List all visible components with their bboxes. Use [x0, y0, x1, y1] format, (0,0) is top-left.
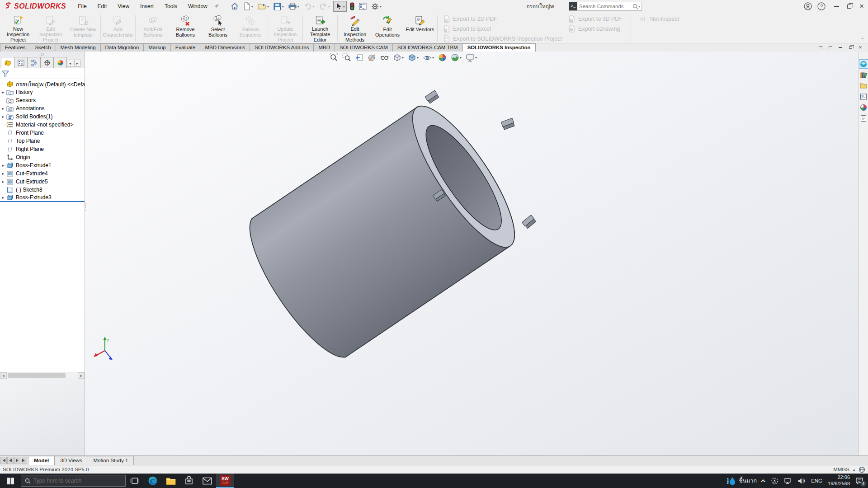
doc-minimize-button[interactable] — [837, 45, 844, 50]
tab-solidworks-cam-tbm[interactable]: SOLIDWORKS CAM TBM — [392, 43, 463, 52]
file-explorer-icon[interactable] — [859, 81, 868, 90]
edit-vendors-button[interactable]: Edit Vendors — [404, 14, 436, 42]
pin-menu-icon[interactable] — [214, 4, 219, 9]
menu-view[interactable]: View — [112, 0, 135, 13]
scroll-left-arrow[interactable]: ◂ — [0, 372, 7, 379]
new-document-dropdown[interactable]: ▾ — [251, 5, 253, 9]
menu-insert[interactable]: Insert — [135, 0, 159, 13]
export-2d-pdf-button[interactable]: PDF Export to 2D PDF — [443, 15, 562, 23]
tab-data-migration[interactable]: Data Migration — [100, 43, 144, 52]
export-3d-pdf-button[interactable]: 3D Export to 3D PDF — [568, 15, 623, 23]
action-center-button[interactable]: 4 — [855, 477, 863, 485]
menu-edit[interactable]: Edit — [92, 0, 113, 13]
units-selector[interactable]: MMGS — [833, 467, 849, 472]
save-dropdown[interactable]: ▾ — [282, 5, 284, 9]
undo-button[interactable]: ▾ — [302, 2, 316, 11]
file-explorer-taskbar-icon[interactable] — [162, 474, 180, 488]
menu-window[interactable]: Window — [183, 0, 213, 13]
edit-inspection-project-button[interactable]: Edit Inspection Project — [34, 14, 67, 42]
3d-views-tab[interactable]: 3D Views — [54, 456, 88, 465]
edge-browser-icon[interactable] — [144, 474, 162, 488]
scroll-prev-tab-button[interactable] — [7, 457, 14, 464]
clock-widget[interactable]: 22:06 19/6/2568 — [828, 474, 850, 487]
tree-item-sketch8[interactable]: (-) Sketch8 — [0, 186, 85, 194]
tab-mbd[interactable]: MBD — [313, 43, 335, 52]
panel-splitter-handle[interactable]: ⋮⋮ — [83, 203, 86, 215]
export-excel-button[interactable]: X Export to Excel — [443, 25, 562, 33]
restore-button[interactable] — [843, 0, 855, 13]
options-gear-button[interactable]: ▾ — [370, 2, 383, 11]
design-library-icon[interactable] — [859, 70, 868, 79]
tab-solidworks-addins[interactable]: SOLIDWORKS Add-Ins — [250, 43, 314, 52]
tab-markup[interactable]: Markup — [143, 43, 170, 52]
scroll-right-arrow[interactable]: ▸ — [78, 372, 85, 379]
add-edit-balloons-button[interactable]: 11 Add/Edit Balloons — [137, 14, 169, 42]
weather-widget[interactable]: ชื้นมาก — [726, 476, 757, 485]
pane-right-icon[interactable] — [827, 45, 834, 50]
select-tool-dropdown[interactable]: ▾ — [343, 5, 345, 9]
select-tool-button[interactable]: ▾ — [333, 1, 347, 12]
microsoft-store-icon[interactable] — [180, 474, 198, 488]
rim-tab-right[interactable] — [501, 118, 515, 130]
mail-app-icon[interactable] — [198, 474, 216, 488]
scroll-first-tab-button[interactable] — [0, 457, 7, 464]
view-palette-icon[interactable] — [859, 92, 868, 101]
units-dropdown-caret[interactable]: ▴ — [853, 468, 855, 472]
tab-features[interactable]: Features — [0, 43, 30, 52]
taskbar-search-input[interactable] — [33, 478, 122, 484]
menu-file[interactable]: File — [72, 0, 92, 13]
tab-mbd-dimensions[interactable]: MBD Dimensions — [200, 43, 250, 52]
export-sw-inspection-project-button[interactable]: Export to SOLIDWORKS Inspection Project — [443, 35, 562, 42]
print-button[interactable]: ▾ — [287, 2, 301, 11]
command-search-box[interactable]: >_ ▾ — [569, 2, 642, 11]
redo-dropdown[interactable]: ▾ — [328, 5, 330, 9]
taskbar-search-box[interactable] — [21, 475, 126, 487]
help-icon[interactable]: ? — [816, 1, 826, 11]
fm-tabs-scroll-right[interactable]: ▸ — [74, 60, 80, 67]
scroll-last-tab-button[interactable] — [21, 457, 27, 464]
pane-left-icon[interactable] — [817, 45, 824, 50]
solidworks-resources-icon[interactable] — [859, 60, 868, 68]
tab-evaluate[interactable]: Evaluate — [170, 43, 201, 52]
expand-arrow-icon[interactable]: ▸ — [0, 163, 6, 168]
create-new-template-button[interactable]: Create New template — [67, 14, 99, 42]
model-tab[interactable]: Model — [28, 456, 55, 465]
motion-study-tab[interactable]: Motion Study 1 — [88, 456, 134, 465]
language-indicator[interactable]: ENG — [811, 478, 822, 483]
remove-balloons-button[interactable]: 11 Remove Balloons — [169, 14, 202, 42]
expand-arrow-icon[interactable]: ▸ — [0, 106, 6, 111]
edit-operations-button[interactable]: Edit Operations — [371, 14, 404, 42]
tree-item-cut-extrude4[interactable]: ▸ Cut-Extrude4 — [0, 169, 85, 178]
edit-inspection-methods-button[interactable]: Edit Inspection Methods — [339, 14, 371, 42]
open-document-button[interactable]: ▾ — [256, 2, 270, 11]
expand-arrow-icon[interactable]: ▸ — [0, 171, 6, 176]
undo-dropdown[interactable]: ▾ — [313, 5, 315, 9]
net-inspect-button[interactable]: ni Net-Inspect — [639, 15, 679, 23]
solidworks-taskbar-icon[interactable]: SW 2024 — [216, 474, 234, 488]
rim-tab-bottom-right[interactable] — [522, 215, 536, 229]
balloon-sequence-button[interactable]: 12 Balloon Sequence — [234, 14, 267, 42]
launch-template-editor-button[interactable]: Launch Template Editor — [304, 14, 336, 42]
tree-item-top-plane[interactable]: Top Plane — [0, 137, 85, 145]
tree-root[interactable]: กรอบใหญ่w (Default) <<Default>_Displ — [0, 80, 85, 88]
update-inspection-project-button[interactable]: Update Inspection Project — [269, 14, 302, 42]
rim-tab-top[interactable] — [425, 90, 439, 103]
tree-item-right-plane[interactable]: Right Plane — [0, 145, 85, 153]
tree-item-sensors[interactable]: Sensors — [0, 96, 85, 104]
search-icon[interactable] — [632, 4, 638, 9]
dimxpertmanager-tab[interactable] — [40, 57, 54, 68]
web-help-globe-icon[interactable] — [859, 466, 865, 473]
fm-tabs-scroll-left[interactable]: ◂ — [67, 60, 73, 67]
tree-item-material[interactable]: Material <not specified> — [0, 121, 85, 129]
task-view-button[interactable] — [126, 474, 144, 488]
expand-arrow-icon[interactable]: ▸ — [0, 195, 6, 200]
graphics-viewport[interactable]: ▾ ▾ ▾ ▾ ▾ — [85, 52, 859, 455]
network-icon[interactable] — [784, 478, 792, 484]
tab-solidworks-cam[interactable]: SOLIDWORKS CAM — [335, 43, 393, 52]
tree-item-origin[interactable]: Origin — [0, 153, 85, 161]
speaker-icon[interactable] — [797, 478, 806, 484]
displaymanager-tab[interactable] — [53, 57, 67, 68]
interference-light-icon[interactable] — [349, 1, 356, 11]
home-button[interactable] — [229, 1, 240, 11]
search-scope-dropdown[interactable]: ▾ — [638, 5, 640, 9]
